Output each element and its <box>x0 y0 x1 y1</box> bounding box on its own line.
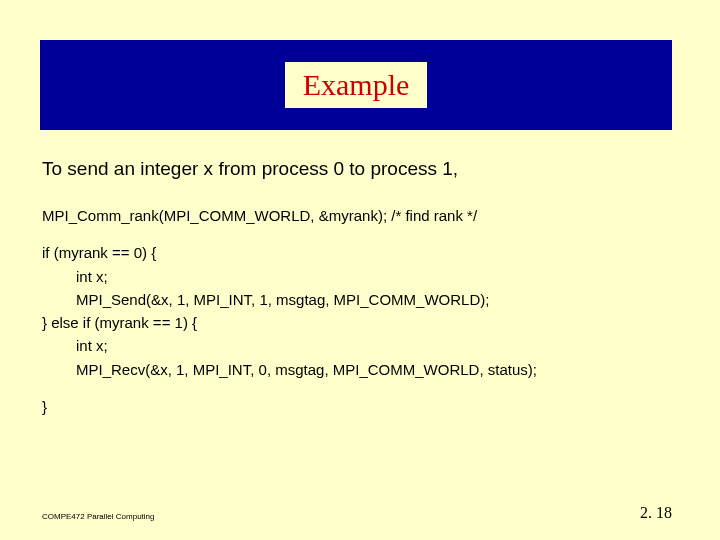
code-line-4: MPI_Send(&x, 1, MPI_INT, 1, msgtag, MPI_… <box>42 288 672 311</box>
slide-title: Example <box>303 68 410 101</box>
title-bar: Example <box>40 40 672 130</box>
code-line-6: int x; <box>42 334 672 357</box>
code-line-2: if (myrank == 0) { <box>42 241 672 264</box>
intro-text: To send an integer x from process 0 to p… <box>42 158 672 180</box>
code-line-1: MPI_Comm_rank(MPI_COMM_WORLD, &myrank); … <box>42 204 672 227</box>
code-line-7: MPI_Recv(&x, 1, MPI_INT, 0, msgtag, MPI_… <box>42 358 672 381</box>
code-line-3: int x; <box>42 265 672 288</box>
title-inner: Example <box>285 62 428 108</box>
content-area: To send an integer x from process 0 to p… <box>42 158 672 418</box>
footer-page: 2. 18 <box>640 504 672 522</box>
code-line-8: } <box>42 395 672 418</box>
code-line-5: } else if (myrank == 1) { <box>42 311 672 334</box>
footer: COMPE472 Parallel Computing 2. 18 <box>40 504 672 522</box>
footer-course: COMPE472 Parallel Computing <box>40 511 157 522</box>
